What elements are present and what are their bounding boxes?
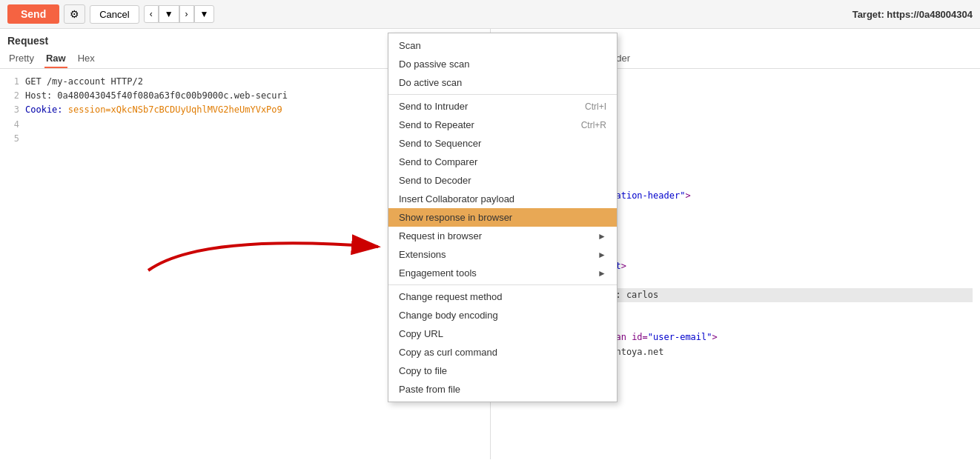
menu-item-copy-url[interactable]: Copy URL xyxy=(388,324,617,343)
menu-item-send-intruder[interactable]: Send to Intruder Ctrl+I xyxy=(388,97,617,116)
settings-button[interactable]: ⚙ xyxy=(64,4,85,24)
toolbar: Send ⚙ Cancel ‹ ▼ › ▼ Target: https://0a… xyxy=(0,0,980,29)
menu-item-engagement-tools[interactable]: Engagement tools ► xyxy=(388,264,617,282)
tab-pretty-request[interactable]: Pretty xyxy=(7,50,36,68)
menu-item-paste-file[interactable]: Paste from file xyxy=(388,380,617,399)
back-button[interactable]: ‹ xyxy=(144,5,159,23)
menu-item-copy-file[interactable]: Copy to file xyxy=(388,362,617,380)
back-dropdown-button[interactable]: ▼ xyxy=(159,5,179,23)
target-label: Target: https://0a48004304 xyxy=(852,9,973,20)
forward-button[interactable]: › xyxy=(179,5,194,23)
tab-hex-request[interactable]: Hex xyxy=(76,50,96,68)
menu-item-show-response-browser[interactable]: Show response in browser xyxy=(388,208,617,227)
cancel-button[interactable]: Cancel xyxy=(90,5,139,24)
separator-2 xyxy=(388,284,617,285)
separator-1 xyxy=(388,94,617,95)
menu-item-send-decoder[interactable]: Send to Decoder xyxy=(388,171,617,190)
menu-item-active-scan[interactable]: Do active scan xyxy=(388,73,617,92)
menu-item-insert-collab[interactable]: Insert Collaborator payload xyxy=(388,190,617,208)
send-button[interactable]: Send xyxy=(7,4,59,24)
menu-item-send-sequencer[interactable]: Send to Sequencer xyxy=(388,134,617,153)
menu-item-passive-scan[interactable]: Do passive scan xyxy=(388,55,617,73)
menu-item-request-in-browser[interactable]: Request in browser ► xyxy=(388,227,617,245)
menu-item-change-body-encoding[interactable]: Change body encoding xyxy=(388,306,617,324)
nav-arrows: ‹ ▼ › ▼ xyxy=(144,5,215,23)
menu-item-extensions[interactable]: Extensions ► xyxy=(388,245,617,264)
menu-item-scan[interactable]: Scan xyxy=(388,36,617,55)
menu-item-send-repeater[interactable]: Send to Repeater Ctrl+R xyxy=(388,116,617,134)
tab-raw-request[interactable]: Raw xyxy=(44,50,67,68)
menu-item-copy-curl[interactable]: Copy as curl command xyxy=(388,343,617,362)
menu-item-send-comparer[interactable]: Send to Comparer xyxy=(388,153,617,171)
menu-item-change-request-method[interactable]: Change request method xyxy=(388,287,617,306)
forward-dropdown-button[interactable]: ▼ xyxy=(194,5,215,23)
context-menu: Scan Do passive scan Do active scan Send… xyxy=(388,33,618,402)
